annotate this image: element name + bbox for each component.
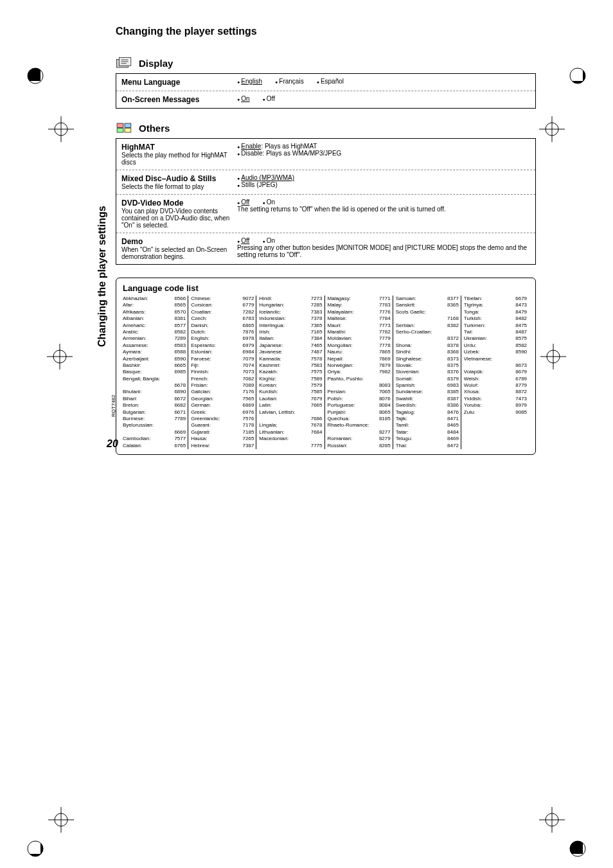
- lang-item: Sindhi:8368: [396, 349, 459, 355]
- lang-code: 8679: [515, 369, 527, 375]
- lang-name: Punjabi:: [328, 409, 346, 416]
- lang-item: Quechua:8185: [328, 416, 391, 422]
- lang-name: Bhutani:: [123, 389, 141, 395]
- lang-name: Byelorussian:: [123, 422, 154, 429]
- lang-item: Serbo-Croatian:: [396, 329, 459, 335]
- lang-name: Mongolian:: [328, 342, 353, 349]
- lang-name: Yoruba:: [464, 402, 481, 409]
- lang-item: Estonian:6984: [191, 349, 254, 355]
- lang-name: Corsican:: [191, 302, 213, 308]
- lang-item: Tamil:8465: [396, 422, 459, 429]
- lang-name: Singhalese:: [396, 356, 423, 362]
- lang-item: Malay:7783: [328, 302, 391, 308]
- lang-item: Ukrainian:8575: [464, 335, 527, 342]
- lang-column: Hindi:7273Hungarian:7285Icelandic:7383In…: [259, 296, 324, 449]
- lang-code: 7185: [243, 429, 254, 436]
- lang-name: Polish:: [328, 396, 343, 402]
- lang-code: 8469: [447, 436, 459, 442]
- lang-name: Korean:: [259, 382, 277, 389]
- lang-name: Czech:: [191, 315, 207, 322]
- lang-name: Hungarian:: [259, 302, 284, 308]
- lang-code: 8872: [515, 389, 527, 395]
- svg-rect-5: [117, 123, 123, 127]
- lang-item: Chinese:9072: [191, 296, 254, 302]
- lang-name: Nepali:: [328, 356, 344, 362]
- setting-options: Audio (MP3/WMA)Stills (JPEG): [237, 174, 530, 190]
- lang-code: 7082: [243, 376, 254, 382]
- lang-item: Swedish:8386: [396, 402, 459, 409]
- lang-item: Arabic:6582: [123, 329, 186, 335]
- lang-item: 6678: [123, 382, 186, 389]
- lang-name: Slovak:: [396, 362, 413, 369]
- setting-row: On-Screen MessagesOnOff: [116, 91, 535, 108]
- lang-item: Russian:8285: [328, 443, 391, 449]
- lang-name: Sindhi:: [396, 349, 411, 355]
- lang-code: 7079: [243, 356, 254, 362]
- lang-name: Maori:: [328, 323, 342, 329]
- lang-item: Kurdish:7585: [259, 389, 322, 395]
- lang-code: 8373: [447, 356, 459, 362]
- lang-code: 7865: [379, 349, 391, 355]
- lang-name: Oriya:: [328, 369, 341, 375]
- lang-name: Bengali; Bangla:: [123, 376, 160, 382]
- lang-name: Samoan:: [396, 296, 416, 302]
- setting-extra: The setting returns to "Off" when the li…: [237, 206, 530, 213]
- lang-code: 6985: [174, 369, 186, 375]
- lang-item: Latvian, Lettish:: [259, 409, 322, 416]
- setting-name: On-Screen Messages: [121, 95, 232, 104]
- lang-code: 6588: [174, 349, 186, 355]
- lang-code: 7383: [311, 309, 323, 315]
- lang-item: Malagasy:7771: [328, 296, 391, 302]
- lang-item: Sundanese:8385: [396, 389, 459, 395]
- lang-name: Xhosa:: [464, 389, 480, 395]
- lang-code: 6590: [174, 356, 186, 362]
- lang-code: 6983: [447, 382, 459, 389]
- lang-code: 8376: [447, 369, 459, 375]
- lang-name: Burmese:: [123, 416, 145, 422]
- lang-item: Tajik:8471: [396, 416, 459, 422]
- lang-item: Hausa:7265: [191, 436, 254, 442]
- lang-code: 9085: [515, 409, 527, 416]
- lang-item: Dutch:7876: [191, 329, 254, 335]
- lang-item: Kazakh:7575: [259, 369, 322, 375]
- lang-item: Danish:6865: [191, 323, 254, 329]
- lang-item: Guarani:7178: [191, 422, 254, 429]
- lang-item: Assamese:6583: [123, 342, 186, 349]
- lang-item: 8083: [328, 382, 391, 389]
- lang-code: 8185: [379, 416, 391, 422]
- lang-item: Persian:7065: [328, 389, 391, 395]
- lang-name: Tagalog:: [396, 409, 415, 416]
- setting-row: Menu LanguageEnglishFrançaisEspañol: [116, 74, 535, 91]
- lang-item: Zulu:9085: [464, 409, 527, 416]
- lang-item: Romanian:8279: [328, 436, 391, 442]
- lang-name: Vietnamese:: [464, 356, 492, 362]
- lang-code: 8083: [379, 382, 391, 389]
- lang-item: Yoruba:8979: [464, 402, 527, 409]
- lang-code: 8382: [447, 323, 459, 329]
- lang-name: Assamese:: [123, 342, 148, 349]
- lang-item: Bengali; Bangla:: [123, 376, 186, 382]
- registration-mark: [536, 113, 568, 145]
- corner-mark: [565, 63, 591, 89]
- lang-code: 8381: [174, 315, 186, 322]
- lang-code: 7879: [379, 362, 391, 369]
- lang-code: 7783: [379, 302, 391, 308]
- lang-name: Malay:: [328, 302, 343, 308]
- setting-name: Menu Language: [121, 78, 232, 87]
- option: Stills (JPEG): [237, 181, 278, 188]
- lang-item: 8372: [396, 335, 459, 342]
- lang-code: 7265: [243, 436, 254, 442]
- lang-item: Azerbaijani:6590: [123, 356, 186, 362]
- lang-code: 6865: [243, 323, 254, 329]
- lang-name: Volapük:: [464, 369, 484, 375]
- lang-name: German:: [191, 402, 211, 409]
- lang-code: 6672: [174, 396, 186, 402]
- lang-item: Hindi:7273: [259, 296, 322, 302]
- lang-item: Icelandic:7383: [259, 309, 322, 315]
- lang-item: Telugu:8469: [396, 436, 459, 442]
- lang-name: Maltese:: [328, 315, 347, 322]
- lang-item: Twi:8487: [464, 329, 527, 335]
- lang-name: Kirghiz:: [259, 376, 276, 382]
- lang-item: Italian:7384: [259, 335, 322, 342]
- page-number: 20: [107, 438, 118, 450]
